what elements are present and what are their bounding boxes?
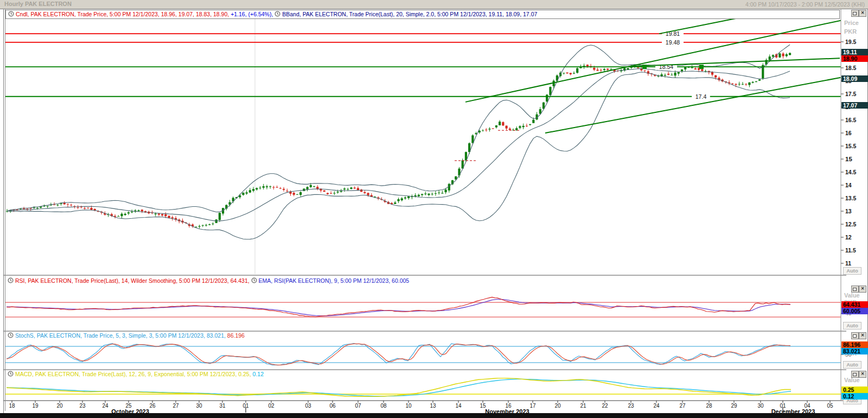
legend-text: EMA, RSI(PAK ELECTRON), 9, 5:00 PM 12/1/… (259, 277, 410, 284)
macd-panel[interactable] (5, 378, 841, 397)
indicator-clock-icon[interactable] (8, 332, 14, 338)
chart-title: Hourly PAK ELECTRON (4, 1, 72, 7)
indicator-clock-icon[interactable] (275, 11, 280, 17)
close-icon[interactable]: ✕ (859, 286, 866, 293)
time-axis-label: 24 (102, 403, 108, 409)
time-axis-label: 28 (706, 403, 712, 409)
axis-tick-label: 12.5 (845, 221, 856, 227)
axis-tick-label: 15.5 (845, 143, 856, 149)
close-icon[interactable]: ✕ (859, 332, 866, 339)
time-axis-label: 31 (219, 403, 225, 409)
value-badge: 0.25 (841, 387, 868, 393)
time-axis-label: 23 (79, 403, 85, 409)
axis-title-value: Value (844, 292, 860, 299)
axis-tick-label: 17.5 (845, 91, 856, 97)
legend-text: MACD, PAK ELECTRON, Trade Price(Last), 1… (15, 371, 253, 377)
time-axis-label: 10 (405, 403, 411, 409)
chart-canvas[interactable]: 19.8119.4818.5417.4 (0, 0, 868, 418)
time-axis-label: 05 (827, 403, 833, 409)
time-axis-label: 06 (329, 403, 335, 409)
time-axis-label: 17 (529, 403, 535, 409)
time-axis-label: 24 (653, 403, 659, 409)
chart-window: 19.8119.4818.5417.4 Hourly PAK ELECTRON … (0, 0, 868, 418)
legend-text: 86.196 (227, 332, 245, 339)
value-badge: 60.005 (841, 308, 868, 314)
auto-scale-button[interactable]: Auto (843, 267, 861, 275)
price-panel[interactable]: 19.8119.4818.5417.4 (5, 18, 841, 274)
date-range-label: 4:00 PM 10/17/2023 - 2:00 PM 12/5/2023 (… (745, 1, 865, 8)
time-axis-label: 07 (355, 403, 361, 409)
value-badge: 0.12 (841, 393, 868, 400)
auto-scale-button[interactable]: Auto (843, 361, 861, 369)
price-panel-legend: Cndl, PAK ELECTRON, Trade Price, 5:00 PM… (5, 10, 840, 19)
legend-text: 0.12 (253, 371, 264, 377)
time-axis-label: 02 (268, 403, 274, 409)
time-axis-label: 22 (602, 403, 608, 409)
axis-tick-label: 14.5 (845, 169, 856, 175)
legend-text: RSI, PAK ELECTRON, Trade Price(Last), 14… (15, 277, 251, 284)
time-axis-label: 27 (679, 403, 685, 409)
axis-tick-label: 16 (845, 130, 852, 136)
stoch-panel-legend: StochS, PAK ELECTRON, Trade Price, 5, 3,… (8, 332, 245, 339)
indicator-clock-icon[interactable] (8, 371, 14, 377)
minimize-icon[interactable] (851, 371, 859, 378)
minimize-icon[interactable] (851, 332, 859, 339)
rsi-panel-window-controls: ✕ (851, 286, 867, 293)
price-panel-window-controls: ✕ (851, 10, 867, 17)
indicator-clock-icon[interactable] (251, 277, 257, 283)
time-axis-label: 08 (380, 403, 386, 409)
value-badge: 83.021 (841, 348, 868, 354)
axis-tick-label: 12 (845, 234, 852, 240)
axis-tick-label: 19.5 (845, 39, 856, 45)
time-axis-label: 19 (32, 403, 38, 409)
minimize-icon[interactable] (851, 10, 859, 17)
axis-tick-label: 13 (845, 208, 852, 214)
rsi-panel-legend: RSI, PAK ELECTRON, Trade Price(Last), 14… (8, 277, 409, 284)
axis-tick-label: 16.5 (845, 117, 856, 123)
time-axis-label: 20 (56, 403, 62, 409)
close-icon[interactable]: ✕ (859, 10, 866, 17)
macd-panel-window-controls: ✕ (851, 371, 867, 378)
legend-text: +1.16, (+6.54%), (231, 11, 275, 17)
axis-title-price: Price (844, 20, 859, 26)
time-axis-label: 26 (149, 403, 155, 409)
axis-tick-label: 11.5 (845, 247, 856, 254)
value-badge: 64.431 (841, 301, 868, 308)
time-axis-label: 29 (731, 403, 737, 409)
legend-text: StochS, PAK ELECTRON, Trade Price, 5, 3,… (15, 332, 227, 339)
axis-tick-label: 18.5 (845, 65, 856, 71)
minimize-icon[interactable] (851, 286, 859, 293)
month-label: November 2023 (485, 408, 529, 415)
stoch-panel[interactable] (5, 344, 841, 365)
close-icon[interactable]: ✕ (859, 371, 866, 378)
axis-tick-label: 14 (845, 182, 852, 188)
auto-scale-button[interactable]: Auto (843, 322, 861, 330)
value-badge: 19.11 (841, 49, 868, 55)
time-axis-label: 01 (242, 403, 248, 409)
macd-panel-legend: MACD, PAK ELECTRON, Trade Price(Last), 1… (8, 370, 264, 378)
time-axis-label: 21 (580, 403, 586, 409)
legend-text: Cndl, PAK ELECTRON, Trade Price, 5:00 PM… (16, 11, 231, 17)
time-axis-label: 27 (173, 403, 178, 409)
svg-text:19.48: 19.48 (666, 39, 680, 46)
indicator-clock-icon[interactable] (8, 277, 14, 283)
axis-title-pkr: PKR (844, 28, 857, 35)
value-badge: 86.196 (841, 341, 868, 348)
time-axis-label: 14 (455, 403, 461, 409)
axis-tick-label: 13.5 (845, 195, 856, 201)
axis-tick-label: 11 (845, 260, 851, 267)
axis-tick-label: 15 (845, 156, 852, 162)
value-badge: 18.09 (841, 75, 868, 82)
window-titlebar[interactable]: Hourly PAK ELECTRON 4:00 PM 10/17/2023 -… (0, 0, 868, 9)
indicator-clock-icon[interactable] (8, 11, 14, 17)
time-axis-label: 30 (757, 403, 763, 409)
legend-text: BBand, PAK ELECTRON, Trade Price(Last), … (282, 11, 537, 17)
stoch-panel-window-controls: ✕ (851, 332, 867, 339)
time-axis-label: 20 (554, 403, 560, 409)
time-axis-label: 13 (430, 403, 436, 409)
svg-text:17.4: 17.4 (695, 93, 707, 100)
month-label: October 2023 (111, 408, 149, 415)
value-badge: 17.07 (841, 102, 868, 109)
rsi-panel[interactable] (5, 297, 841, 317)
time-axis-label: 30 (196, 403, 202, 409)
